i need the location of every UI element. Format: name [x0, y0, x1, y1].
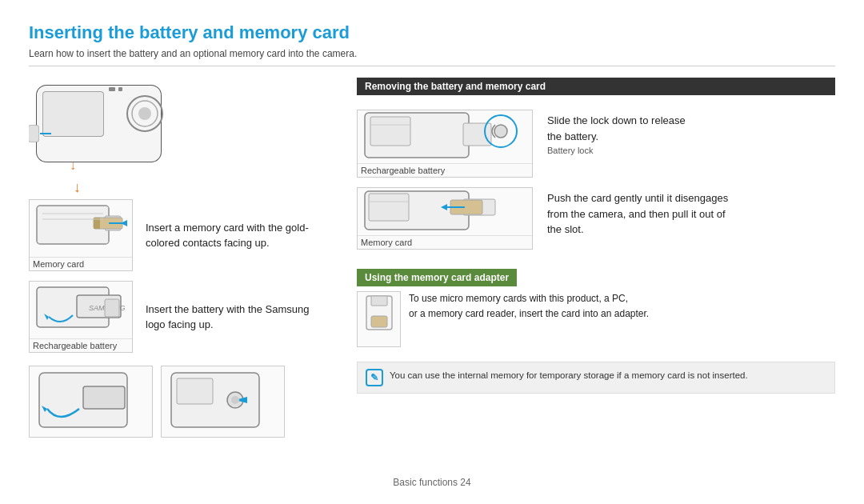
camera-main-image: ↓: [29, 78, 189, 174]
insert-battery-image-box: SAMSUNG Rechargeable battery: [29, 281, 133, 353]
svg-rect-7: [109, 87, 115, 91]
left-column: ↓ ↓: [29, 78, 341, 467]
content-area: ↓ ↓: [29, 78, 835, 467]
adapter-text: To use micro memory cards with this prod…: [409, 291, 649, 322]
bottom-image-left: [29, 366, 153, 438]
svg-rect-33: [177, 378, 213, 404]
remove-battery-text: Slide the lock down to release the batte…: [547, 110, 686, 144]
svg-rect-36: [463, 123, 491, 146]
memory-card-label: Memory card: [30, 257, 132, 270]
svg-point-6: [138, 107, 151, 120]
remove-memory-image-box: Memory card: [357, 187, 533, 250]
battery-lock-label: Battery lock: [547, 146, 686, 155]
svg-rect-3: [43, 92, 103, 136]
svg-rect-8: [118, 87, 122, 91]
remove-battery-image-box: Rechargeable battery: [357, 110, 533, 178]
insert-memory-image-box: Memory card: [29, 199, 133, 271]
page-container: Inserting the battery and memory card Le…: [0, 0, 864, 504]
adapter-section-header: Using the memory card adapter: [357, 269, 517, 286]
svg-point-34: [231, 396, 239, 404]
bottom-image-right: [161, 366, 285, 438]
insert-memory-row: Memory card Insert a memory card with th…: [29, 199, 341, 271]
svg-rect-50: [371, 316, 387, 327]
remove-memory-row: Memory card Push the card gently until i…: [357, 187, 835, 250]
remove-memory-text: Push the card gently until it disengages…: [547, 187, 728, 238]
note-box: ✎ You can use the internal memory for te…: [357, 362, 835, 394]
note-text: You can use the internal memory for temp…: [390, 369, 748, 382]
remove-section-header: Removing the battery and memory card: [357, 78, 835, 95]
page-title: Inserting the battery and memory card: [29, 22, 835, 43]
svg-rect-49: [371, 296, 387, 306]
page-subtitle: Learn how to insert the battery and an o…: [29, 48, 835, 66]
adapter-row: To use micro memory cards with this prod…: [357, 291, 835, 347]
battery-label: Rechargeable battery: [30, 338, 132, 352]
remove-memory-label: Memory card: [358, 235, 532, 249]
svg-rect-39: [370, 117, 410, 146]
adapter-image-box: [357, 291, 401, 347]
insert-battery-row: SAMSUNG Rechargeable battery Insert the …: [29, 281, 341, 353]
remove-battery-label: Rechargeable battery: [358, 163, 532, 177]
svg-rect-28: [83, 386, 125, 409]
svg-rect-10: [29, 126, 38, 142]
insert-battery-text: Insert the battery with the Samsung logo…: [146, 302, 310, 333]
insert-memory-text: Insert a memory card with the gold- colo…: [146, 220, 309, 251]
svg-point-38: [494, 125, 507, 138]
svg-text:↓: ↓: [70, 158, 76, 170]
note-icon: ✎: [366, 369, 383, 386]
adapter-section: Using the memory card adapter To use mic…: [357, 269, 835, 347]
svg-rect-46: [369, 194, 409, 221]
page-footer: Basic functions 24: [29, 474, 835, 488]
insert-arrow: ↓: [29, 180, 341, 194]
left-bottom-images: [29, 366, 341, 438]
right-column: Removing the battery and memory card: [357, 78, 835, 467]
svg-rect-26: [105, 299, 119, 317]
remove-battery-row: Rechargeable battery Slide the lock down…: [357, 110, 835, 178]
